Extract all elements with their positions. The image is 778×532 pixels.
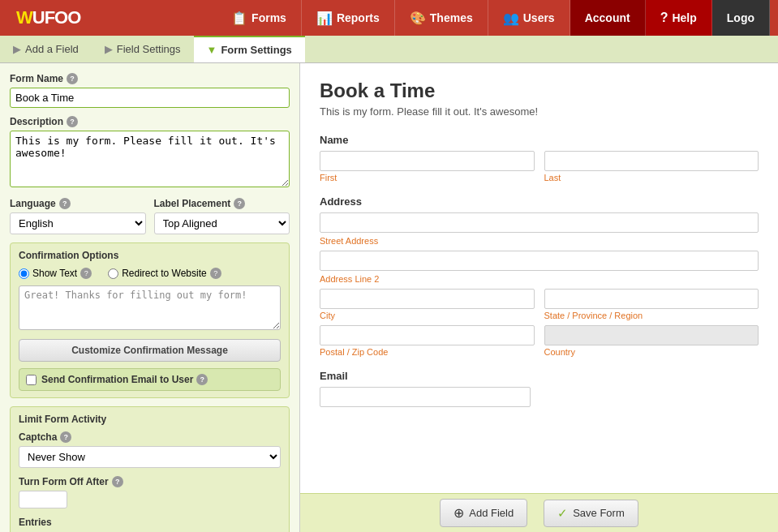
send-email-help-icon[interactable]: ?: [196, 374, 208, 385]
form-name-label: Form Name ?: [10, 73, 290, 84]
main-nav: 📋 Forms 📊 Reports 🎨 Themes 👥 Users Accou…: [217, 0, 770, 36]
redirect-radio[interactable]: [108, 268, 118, 279]
header: WUFOO 📋 Forms 📊 Reports 🎨 Themes 👥 Users…: [0, 0, 778, 36]
city-input[interactable]: [320, 289, 535, 309]
first-name-col: First: [320, 151, 535, 182]
street-address-input[interactable]: [320, 212, 759, 233]
left-panel: Form Name ? Description ? This is my for…: [0, 63, 300, 532]
captcha-help-icon[interactable]: ?: [60, 431, 71, 443]
preview-name-group: Name First Last: [320, 134, 759, 182]
postal-sub-label: Postal / Zip Code: [320, 347, 535, 357]
arrow-icon: ▶: [13, 43, 21, 55]
state-col: State / Province / Region: [544, 289, 759, 320]
confirmation-radio-row: Show Text ? Redirect to Website ?: [19, 268, 281, 279]
customize-confirmation-button[interactable]: Customize Confirmation Message: [19, 339, 281, 362]
captcha-select[interactable]: Never Show Always Show Show Once: [19, 446, 281, 468]
show-text-help-icon[interactable]: ?: [80, 268, 92, 279]
preview-email-label: Email: [320, 370, 759, 382]
arrow-icon: ▼: [207, 44, 217, 56]
description-input[interactable]: This is my form. Please fill it out. It'…: [10, 131, 290, 187]
description-group: Description ? This is my form. Please fi…: [10, 116, 290, 190]
preview-address-label: Address: [320, 195, 759, 208]
turn-off-label: Turn Form Off After ?: [19, 476, 281, 487]
country-sub-label: Country: [544, 347, 759, 357]
form-name-group: Form Name ?: [10, 73, 290, 108]
email-input[interactable]: [320, 387, 531, 407]
send-email-row: Send Confirmation Email to User ?: [19, 368, 281, 391]
nav-tab-reports[interactable]: 📊 Reports: [302, 0, 395, 36]
add-field-button[interactable]: ⊕ Add Field: [440, 499, 527, 527]
city-state-row: City State / Province / Region: [320, 289, 759, 320]
address-line2-sub-label: Address Line 2: [320, 274, 759, 284]
turn-off-input[interactable]: [19, 491, 67, 508]
label-placement-group: Label Placement ? Top Aligned Left Align…: [154, 198, 290, 234]
language-label: Language ?: [10, 198, 146, 209]
nav-tab-users[interactable]: 👥 Users: [488, 0, 570, 36]
limit-form-title: Limit Form Activity: [19, 414, 281, 425]
name-input-row: First Last: [320, 151, 759, 182]
entries-label: Entries: [19, 517, 281, 528]
city-col: City: [320, 289, 535, 320]
language-select[interactable]: English Spanish French German: [10, 212, 146, 234]
country-col: Country: [544, 325, 759, 357]
save-form-icon: ✓: [557, 506, 568, 521]
forms-icon: 📋: [231, 11, 247, 26]
first-label: First: [320, 173, 535, 182]
sub-tab-add-field[interactable]: ▶ Add a Field: [0, 36, 92, 62]
turn-off-after-group: Turn Form Off After ?: [19, 476, 281, 508]
sub-tab-field-settings[interactable]: ▶ Field Settings: [92, 36, 194, 62]
reports-icon: 📊: [316, 11, 333, 26]
label-placement-select[interactable]: Top Aligned Left Aligned Right Aligned: [154, 212, 290, 234]
label-placement-label: Label Placement ?: [154, 198, 290, 209]
confirmation-text-area[interactable]: Great! Thanks for filling out my form!: [19, 285, 281, 330]
form-preview: Book a Time This is my form. Please fill…: [300, 63, 778, 493]
nav-tab-themes[interactable]: 🎨 Themes: [395, 0, 488, 36]
preview-name-label: Name: [320, 134, 759, 146]
preview-email-group: Email: [320, 370, 759, 407]
language-help-icon[interactable]: ?: [59, 198, 71, 209]
country-input: [544, 325, 759, 345]
turn-off-help-icon[interactable]: ?: [112, 476, 123, 487]
address-line2-input[interactable]: [320, 251, 759, 271]
city-sub-label: City: [320, 311, 535, 320]
send-email-checkbox[interactable]: [26, 375, 37, 385]
nav-tab-logo[interactable]: Logo: [712, 0, 770, 36]
add-field-icon: ⊕: [453, 505, 464, 521]
first-name-input[interactable]: [320, 151, 535, 171]
captcha-group: Captcha ? Never Show Always Show Show On…: [19, 431, 281, 468]
postal-input[interactable]: [320, 325, 535, 345]
nav-tab-forms[interactable]: 📋 Forms: [217, 0, 302, 36]
label-placement-help-icon[interactable]: ?: [234, 198, 245, 209]
captcha-label: Captcha ?: [19, 431, 281, 443]
help-icon: ?: [660, 11, 668, 25]
save-form-button[interactable]: ✓ Save Form: [544, 500, 638, 527]
confirmation-options-title: Confirmation Options: [19, 250, 281, 261]
redirect-radio-label[interactable]: Redirect to Website ?: [108, 268, 221, 279]
sub-tab-form-settings[interactable]: ▼ Form Settings: [194, 36, 305, 62]
logo-area: WUFOO: [8, 7, 88, 28]
nav-tab-account[interactable]: Account: [570, 0, 646, 36]
last-name-input[interactable]: [544, 151, 759, 171]
show-text-radio-label[interactable]: Show Text ?: [19, 268, 92, 279]
form-name-input[interactable]: [10, 88, 290, 108]
form-name-help-icon[interactable]: ?: [67, 73, 78, 84]
main-content: Form Name ? Description ? This is my for…: [0, 63, 778, 532]
send-email-label: Send Confirmation Email to User ?: [41, 374, 208, 385]
description-label: Description ?: [10, 116, 290, 127]
last-name-col: Last: [544, 151, 759, 182]
state-input[interactable]: [544, 289, 759, 309]
form-preview-description: This is my form. Please fill it out. It'…: [320, 105, 759, 118]
preview-address-group: Address Street Address Address Line 2 Ci…: [320, 195, 759, 357]
last-label: Last: [544, 173, 759, 182]
confirmation-options-box: Confirmation Options Show Text ? Redirec…: [10, 242, 290, 398]
themes-icon: 🎨: [410, 11, 426, 26]
description-help-icon[interactable]: ?: [67, 116, 78, 127]
form-preview-title: Book a Time: [320, 79, 759, 102]
arrow-icon: ▶: [105, 43, 113, 55]
sub-tabs: ▶ Add a Field ▶ Field Settings ▼ Form Se…: [0, 36, 778, 63]
nav-tab-help[interactable]: ? Help: [646, 0, 712, 36]
redirect-help-icon[interactable]: ?: [210, 268, 221, 279]
street-address-sub-label: Street Address: [320, 236, 759, 246]
postal-country-row: Postal / Zip Code Country: [320, 325, 759, 357]
show-text-radio[interactable]: [19, 268, 29, 279]
